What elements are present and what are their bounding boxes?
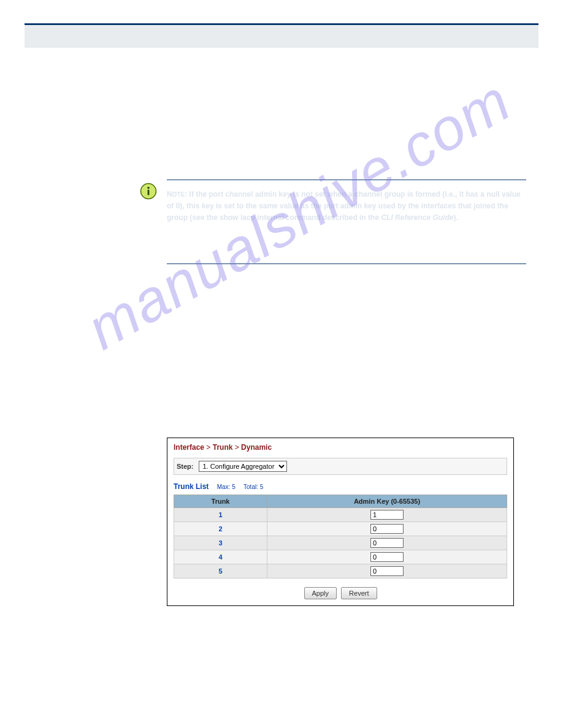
- note-line1: If the port channel admin key is not set…: [190, 190, 440, 199]
- note-line3d: CLI Reference Guide: [381, 213, 453, 222]
- info-icon: [140, 183, 157, 200]
- max-label: Max:: [217, 483, 232, 490]
- table-row: 1: [174, 508, 507, 522]
- svg-point-1: [147, 187, 150, 189]
- table-row: 2: [174, 522, 507, 536]
- header-band: [25, 26, 538, 48]
- svg-rect-2: [148, 190, 150, 195]
- table-row: 3: [174, 536, 507, 550]
- apply-button[interactable]: Apply: [304, 587, 337, 599]
- top-rule: [25, 23, 538, 25]
- col-admin-key: Admin Key (0-65535): [267, 495, 507, 508]
- admin-key-input[interactable]: [370, 538, 404, 548]
- admin-key-input[interactable]: [370, 552, 404, 562]
- admin-key-input[interactable]: [370, 510, 404, 520]
- admin-key-input[interactable]: [370, 566, 404, 576]
- note-bottom-rule: [167, 264, 526, 264]
- total-label: Total:: [243, 483, 260, 490]
- trunk-cell: 2: [174, 522, 267, 536]
- trunk-table: Trunk Admin Key (0-65535) 1 2 3 4 5: [174, 495, 507, 578]
- crumb-a: Interface: [174, 443, 204, 452]
- table-row: 5: [174, 564, 507, 578]
- note-n: N: [167, 190, 172, 199]
- button-row: Apply Revert: [167, 583, 513, 605]
- table-row: 4: [174, 550, 507, 564]
- trunk-list-title: Trunk List: [174, 482, 209, 491]
- list-head: Trunk List Max: 5 Total: 5: [167, 481, 513, 495]
- breadcrumb: Interface > Trunk > Dynamic: [167, 438, 513, 454]
- max-val: 5: [232, 483, 236, 490]
- note-colon: :: [185, 190, 189, 199]
- crumb-sep2: >: [232, 443, 241, 452]
- trunk-cell: 5: [174, 564, 267, 578]
- step-label: Step:: [177, 463, 194, 470]
- note-line3c: command described in the: [284, 213, 381, 222]
- trunk-cell: 3: [174, 536, 267, 550]
- crumb-b: Trunk: [213, 443, 233, 452]
- revert-button[interactable]: Revert: [341, 587, 377, 599]
- crumb-sep1: >: [204, 443, 213, 452]
- note-line3b: show lacp internal: [220, 213, 284, 222]
- step-row: Step: 1. Configure Aggregator: [174, 458, 507, 475]
- trunk-cell: 1: [174, 508, 267, 522]
- trunk-cell: 4: [174, 550, 267, 564]
- note-top-rule: [167, 180, 526, 180]
- note-text: NOTE: If the port channel admin key is n…: [167, 189, 526, 224]
- note-line3e: ).: [453, 213, 458, 222]
- step-select[interactable]: 1. Configure Aggregator: [199, 461, 287, 472]
- note-ote: OTE: [172, 191, 185, 198]
- total-val: 5: [260, 483, 264, 490]
- col-trunk: Trunk: [174, 495, 267, 508]
- config-frame: Interface > Trunk > Dynamic Step: 1. Con…: [167, 438, 514, 606]
- admin-key-input[interactable]: [370, 524, 404, 534]
- crumb-c: Dynamic: [241, 443, 272, 452]
